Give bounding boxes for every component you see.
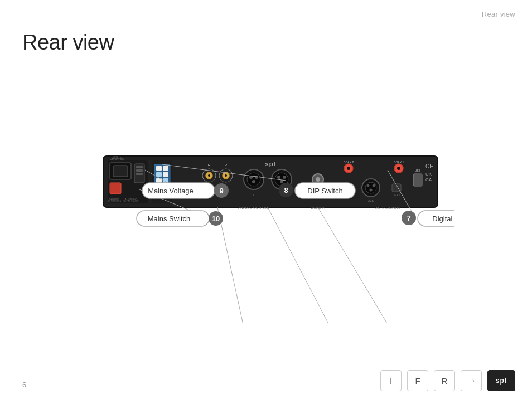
svg-rect-6 [136, 169, 143, 172]
svg-text:8: 8 [284, 186, 288, 194]
svg-rect-5 [136, 166, 143, 168]
svg-point-42 [283, 176, 286, 179]
svg-text:~115V/230V: ~115V/230V [110, 158, 124, 161]
svg-text:Mains Voltage: Mains Voltage [148, 187, 194, 195]
svg-point-50 [347, 167, 350, 170]
svg-point-53 [397, 167, 400, 170]
svg-text:Mains Switch: Mains Switch [148, 215, 191, 223]
header-title: Rear view [482, 10, 515, 18]
svg-text:COAX 2: COAX 2 [344, 160, 354, 164]
svg-rect-8 [110, 183, 121, 194]
svg-text:CE: CE [425, 163, 433, 169]
svg-point-58 [365, 182, 376, 193]
svg-point-36 [255, 176, 258, 179]
svg-rect-20 [163, 172, 168, 177]
svg-text:DIGITAL INPUTS: DIGITAL INPUTS [375, 206, 400, 210]
svg-text:USB: USB [415, 169, 421, 172]
svg-text:AES: AES [368, 199, 374, 202]
svg-text:WORD IN: WORD IN [311, 206, 326, 210]
svg-line-75 [217, 207, 254, 323]
svg-rect-3 [113, 166, 128, 177]
svg-line-76 [318, 207, 396, 323]
svg-text:50/60 Hz: 50/60 Hz [113, 155, 122, 158]
svg-point-61 [370, 189, 373, 192]
svg-point-43 [280, 180, 283, 183]
svg-text:spl: spl [265, 160, 276, 167]
svg-text:COAX 1: COAX 1 [394, 160, 404, 164]
svg-point-37 [252, 180, 255, 183]
icon-r: R [434, 370, 455, 391]
svg-rect-65 [413, 174, 422, 186]
svg-point-41 [277, 176, 280, 179]
svg-line-77 [268, 207, 354, 323]
svg-rect-19 [156, 172, 162, 177]
svg-text:Digital Audio Inputs: Digital Audio Inputs [432, 215, 454, 223]
svg-text:UK: UK [425, 172, 432, 177]
icon-arrow: → [461, 370, 482, 391]
svg-point-31 [225, 174, 227, 177]
svg-point-47 [316, 177, 320, 182]
svg-text:L: L [253, 193, 255, 197]
svg-text:R: R [208, 163, 211, 167]
icon-spl: spl [487, 370, 515, 391]
svg-rect-17 [156, 166, 162, 171]
rear-view-diagram: CAUTION DO NOT OPEN ATTENTION NE PAS OUV… [86, 78, 454, 323]
svg-point-34 [247, 173, 260, 186]
svg-text:R: R [225, 163, 228, 167]
svg-rect-18 [163, 166, 168, 171]
bottom-icons-row: I F R → spl [380, 370, 515, 391]
icon-i: I [380, 370, 402, 391]
svg-text:DO NOT OPEN: DO NOT OPEN [108, 200, 122, 202]
icon-f: F [407, 370, 428, 391]
page-title: Rear view [22, 31, 114, 55]
svg-text:9: 9 [219, 187, 223, 195]
svg-text:DIP Switch: DIP Switch [307, 187, 342, 195]
svg-text:ANALOG OUTPUTS: ANALOG OUTPUTS [238, 206, 269, 210]
svg-text:7: 7 [407, 214, 410, 222]
page-number: 6 [22, 381, 26, 389]
svg-point-59 [367, 184, 370, 187]
svg-point-60 [373, 184, 375, 187]
svg-point-27 [208, 174, 210, 177]
svg-text:CA: CA [425, 177, 432, 182]
svg-text:10: 10 [212, 215, 220, 223]
svg-text:OPT 1: OPT 1 [393, 193, 401, 197]
svg-text:NE PAS OUVRIR: NE PAS OUVRIR [123, 200, 139, 202]
svg-rect-7 [136, 173, 143, 175]
